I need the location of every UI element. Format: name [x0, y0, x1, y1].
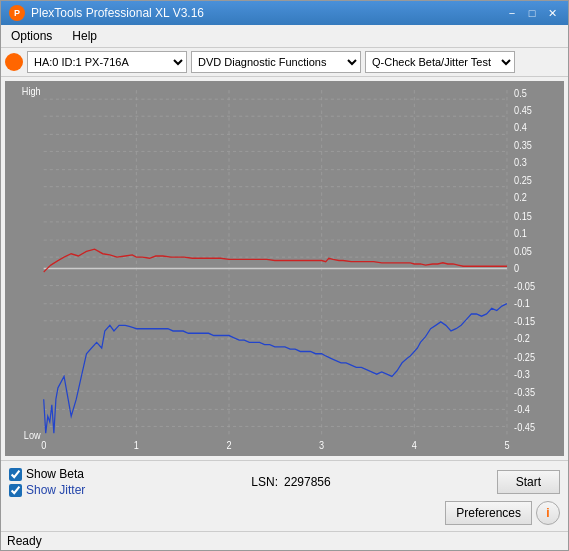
svg-text:-0.05: -0.05: [514, 281, 535, 293]
bottom-row1: Show Beta Show Jitter LSN: 2297856 Start: [9, 467, 560, 497]
lsn-value: 2297856: [284, 475, 331, 489]
lsn-label: LSN:: [251, 475, 278, 489]
svg-text:0.15: 0.15: [514, 210, 532, 222]
show-jitter-checkbox[interactable]: [9, 484, 22, 497]
svg-text:High: High: [22, 85, 41, 97]
svg-text:5: 5: [504, 440, 509, 452]
svg-text:-0.4: -0.4: [514, 403, 530, 415]
test-select[interactable]: Q-Check Beta/Jitter Test: [365, 51, 515, 73]
svg-text:-0.1: -0.1: [514, 298, 530, 310]
svg-text:0: 0: [41, 440, 47, 452]
start-button[interactable]: Start: [497, 470, 560, 494]
status-text: Ready: [7, 534, 42, 548]
window-controls: − □ ✕: [504, 5, 560, 21]
svg-text:-0.2: -0.2: [514, 333, 530, 345]
drive-icon: [5, 53, 23, 71]
lsn-area: LSN: 2297856: [251, 475, 330, 489]
svg-text:-0.15: -0.15: [514, 316, 535, 328]
svg-text:0.1: 0.1: [514, 227, 527, 239]
svg-text:0.4: 0.4: [514, 122, 527, 134]
close-button[interactable]: ✕: [544, 5, 560, 21]
app-icon: P: [9, 5, 25, 21]
menu-bar: Options Help: [1, 25, 568, 48]
status-bar: Ready: [1, 531, 568, 550]
show-beta-checkbox[interactable]: [9, 468, 22, 481]
maximize-button[interactable]: □: [524, 5, 540, 21]
window-title: PlexTools Professional XL V3.16: [31, 6, 204, 20]
svg-text:0.2: 0.2: [514, 192, 527, 204]
bottom-row2: Preferences i: [9, 501, 560, 525]
chart-svg: High Low 0.5 0.45 0.4 0.35 0.3 0.25 0.2 …: [5, 81, 564, 456]
drive-select[interactable]: HA:0 ID:1 PX-716A: [27, 51, 187, 73]
svg-text:1: 1: [134, 440, 139, 452]
toolbar: HA:0 ID:1 PX-716A DVD Diagnostic Functio…: [1, 48, 568, 77]
svg-text:4: 4: [412, 440, 418, 452]
svg-text:0.35: 0.35: [514, 140, 532, 152]
chart-area: High Low 0.5 0.45 0.4 0.35 0.3 0.25 0.2 …: [5, 81, 564, 456]
show-beta-label: Show Beta: [26, 467, 84, 481]
main-window: P PlexTools Professional XL V3.16 − □ ✕ …: [0, 0, 569, 551]
function-select[interactable]: DVD Diagnostic Functions: [191, 51, 361, 73]
svg-text:0.05: 0.05: [514, 245, 532, 257]
show-jitter-label: Show Jitter: [26, 483, 85, 497]
info-button[interactable]: i: [536, 501, 560, 525]
title-bar-left: P PlexTools Professional XL V3.16: [9, 5, 204, 21]
svg-text:0.5: 0.5: [514, 87, 527, 99]
preferences-button[interactable]: Preferences: [445, 501, 532, 525]
svg-text:2: 2: [226, 440, 231, 452]
minimize-button[interactable]: −: [504, 5, 520, 21]
svg-text:0.45: 0.45: [514, 104, 532, 116]
svg-text:Low: Low: [24, 429, 42, 441]
svg-text:0.25: 0.25: [514, 175, 532, 187]
menu-help[interactable]: Help: [66, 27, 103, 45]
svg-text:0: 0: [514, 262, 520, 274]
svg-text:-0.45: -0.45: [514, 422, 535, 434]
show-beta-row: Show Beta: [9, 467, 85, 481]
svg-text:-0.25: -0.25: [514, 351, 535, 363]
svg-text:0.3: 0.3: [514, 157, 527, 169]
bottom-panel: Show Beta Show Jitter LSN: 2297856 Start…: [1, 460, 568, 531]
svg-text:-0.3: -0.3: [514, 368, 530, 380]
checkboxes: Show Beta Show Jitter: [9, 467, 85, 497]
svg-text:-0.35: -0.35: [514, 386, 535, 398]
title-bar: P PlexTools Professional XL V3.16 − □ ✕: [1, 1, 568, 25]
svg-text:3: 3: [319, 440, 324, 452]
menu-options[interactable]: Options: [5, 27, 58, 45]
show-jitter-row: Show Jitter: [9, 483, 85, 497]
